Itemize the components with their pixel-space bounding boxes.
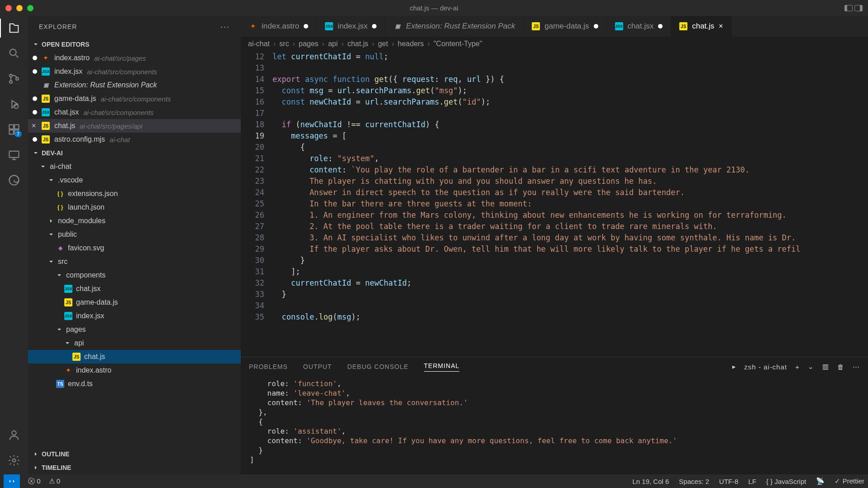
tree-item[interactable]: pages	[28, 323, 241, 336]
tree-item[interactable]: JSgame-data.js	[28, 296, 241, 309]
open-editor-item[interactable]: JSastro.config.mjsai-chat	[28, 133, 241, 146]
close-icon[interactable]: ×	[32, 122, 36, 130]
chevron-down-icon	[40, 163, 46, 170]
tree-item[interactable]: ◆favicon.svg	[28, 241, 241, 255]
panel-tab[interactable]: OUTPUT	[303, 363, 332, 370]
close-tab-icon[interactable]: ×	[719, 22, 723, 30]
panel-tab[interactable]: TERMINAL	[424, 362, 460, 372]
tree-item[interactable]: public	[28, 228, 241, 241]
outline-header[interactable]: OUTLINE	[28, 447, 241, 461]
open-editor-item[interactable]: ✦index.astroai-chat/src/pages	[28, 51, 241, 65]
tree-item[interactable]: components	[28, 268, 241, 282]
toggle-sidebar-icon[interactable]	[844, 5, 853, 11]
remote-icon[interactable]	[7, 148, 21, 162]
kill-terminal-icon[interactable]: 🗑	[837, 363, 844, 371]
tree-item[interactable]: JSXindex.jsx	[28, 309, 241, 323]
js-file-icon: JS	[42, 95, 50, 103]
encoding[interactable]: UTF-8	[719, 478, 739, 485]
breadcrumb-segment[interactable]: pages	[299, 40, 319, 48]
ext-file-icon: ▣	[393, 22, 401, 30]
edge-icon[interactable]	[7, 173, 21, 187]
editor-tab[interactable]: JSXindex.jsx	[317, 16, 385, 37]
explorer-icon[interactable]	[7, 21, 21, 35]
editor-area: ✦index.astroJSXindex.jsx▣Extension: Rust…	[241, 16, 868, 474]
editor-tabs: ✦index.astroJSXindex.jsx▣Extension: Rust…	[241, 16, 868, 37]
editor-tab[interactable]: JSXchat.jsx	[607, 16, 672, 37]
breadcrumb-segment[interactable]: "Content-Type"	[434, 40, 482, 48]
remote-indicator[interactable]	[4, 474, 20, 488]
code-editor[interactable]: 1213141516171819202122232425262728293031…	[241, 51, 868, 357]
split-terminal-icon[interactable]: ▥	[822, 363, 829, 371]
tree-item[interactable]: TSenv.d.ts	[28, 377, 241, 391]
editor-tab[interactable]: ✦index.astro	[241, 16, 317, 37]
open-editor-item[interactable]: ×JSchat.jsai-chat/src/pages/api	[28, 119, 241, 133]
tree-item[interactable]: .vscode	[28, 173, 241, 187]
breadcrumb-segment[interactable]: get	[378, 40, 388, 48]
breadcrumbs[interactable]: ai-chat›src›pages›api›chat.js›get›header…	[241, 37, 868, 51]
errors-count[interactable]: ⓧ 0	[28, 477, 41, 486]
open-editor-item[interactable]: ▣Extension: Rust Extension Pack	[28, 78, 241, 92]
svg-point-1	[10, 74, 12, 77]
open-editor-item[interactable]: JSgame-data.jsai-chat/src/components	[28, 92, 241, 105]
open-editor-item[interactable]: JSXindex.jsxai-chat/src/components	[28, 65, 241, 78]
dirty-indicator-icon	[594, 24, 598, 29]
tree-item[interactable]: ✦index.astro	[28, 364, 241, 377]
settings-gear-icon[interactable]	[7, 454, 21, 467]
terminal-shell-label[interactable]: zsh - ai-chat	[744, 363, 787, 371]
dirty-indicator-icon	[33, 110, 37, 115]
tree-item[interactable]: node_modules	[28, 214, 241, 228]
account-icon[interactable]	[7, 428, 21, 442]
tree-item[interactable]: { }extensions.json	[28, 187, 241, 201]
panel-more-icon[interactable]: ⋯	[853, 363, 860, 371]
breadcrumb-segment[interactable]: headers	[398, 40, 424, 48]
astro-file-icon: ✦	[249, 22, 257, 30]
close-window-button[interactable]	[5, 5, 12, 11]
prettier-status[interactable]: ✓ Prettier	[835, 477, 864, 485]
breadcrumb-segment[interactable]: ai-chat	[248, 40, 270, 48]
open-editor-item[interactable]: JSXchat.jsxai-chat/src/components	[28, 105, 241, 119]
js-file-icon: JS	[42, 122, 50, 130]
eol[interactable]: LF	[749, 478, 757, 485]
maximize-window-button[interactable]	[27, 5, 33, 11]
editor-tab[interactable]: JSgame-data.js	[524, 16, 606, 37]
toggle-panel-icon[interactable]	[854, 5, 863, 11]
search-icon[interactable]	[7, 47, 21, 60]
breadcrumb-segment[interactable]: chat.js	[348, 40, 368, 48]
tree-item[interactable]: api	[28, 336, 241, 350]
breadcrumb-segment[interactable]: api	[328, 40, 338, 48]
astro-file-icon: ✦	[64, 366, 72, 374]
code-content[interactable]: let currentChatId = null;export async fu…	[272, 51, 868, 357]
panel-tab[interactable]: PROBLEMS	[249, 363, 288, 370]
extensions-icon[interactable]: 7	[7, 123, 21, 136]
sidebar-title: EXPLORER	[39, 23, 77, 30]
terminal-launch-icon[interactable]: ▸	[732, 363, 736, 371]
editor-tab[interactable]: ▣Extension: Rust Extension Pack	[385, 16, 524, 37]
sidebar-more-icon[interactable]: ···	[220, 22, 230, 32]
tree-item[interactable]: src	[28, 255, 241, 268]
indentation[interactable]: Spaces: 2	[679, 478, 709, 485]
open-editors-header[interactable]: OPEN EDITORS	[28, 38, 241, 51]
terminal-dropdown-icon[interactable]: ⌄	[808, 363, 814, 371]
breadcrumb-segment[interactable]: src	[279, 40, 289, 48]
tree-item[interactable]: JSchat.js	[28, 350, 241, 364]
tree-item[interactable]: ai-chat	[28, 160, 241, 173]
tree-item[interactable]: { }launch.json	[28, 201, 241, 214]
run-debug-icon[interactable]	[7, 97, 21, 111]
project-header[interactable]: DEV-AI	[28, 146, 241, 160]
feedback-icon[interactable]: 📡	[816, 477, 825, 485]
line-gutter: 1213141516171819202122232425262728293031…	[241, 51, 272, 357]
warnings-count[interactable]: ⚠ 0	[49, 477, 61, 485]
json-file-icon: { }	[56, 203, 64, 211]
editor-tab[interactable]: JSchat.js×	[671, 16, 731, 37]
language-mode[interactable]: { } JavaScript	[766, 478, 806, 485]
terminal-content[interactable]: role: 'function', name: 'leave-chat', co…	[241, 376, 868, 474]
chevron-down-icon	[56, 326, 62, 333]
timeline-header[interactable]: TIMELINE	[28, 461, 241, 474]
cursor-position[interactable]: Ln 19, Col 6	[632, 478, 669, 485]
tree-item[interactable]: JSXchat.jsx	[28, 282, 241, 296]
js-file-icon: JS	[72, 353, 81, 361]
source-control-icon[interactable]	[7, 72, 21, 86]
new-terminal-icon[interactable]: +	[795, 363, 800, 371]
panel-tab[interactable]: DEBUG CONSOLE	[347, 363, 408, 370]
minimize-window-button[interactable]	[16, 5, 23, 11]
